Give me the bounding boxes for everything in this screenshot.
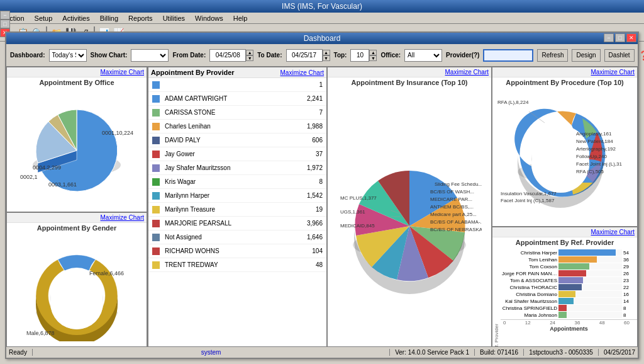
office-maximize-link[interactable]: Maximize Chart <box>101 69 144 76</box>
provider-row: ADAM CARTWRIGHT 2,241 <box>148 92 326 106</box>
svg-text:Arteriography,192: Arteriography,192 <box>576 146 616 152</box>
ref-bar-fill <box>558 298 574 304</box>
provider-count: 3,966 <box>297 220 323 227</box>
right-column: Maximize Chart Appointment By Procedure … <box>492 67 638 358</box>
provider-count: 8 <box>297 178 323 185</box>
provider-count: 606 <box>297 137 323 144</box>
provider-row: CARISSA STONE 7 <box>148 106 326 120</box>
x-tick-0: 0 <box>503 320 506 326</box>
title-bar: IMS (IMS, For Vascular) − □ ✕ <box>0 0 644 13</box>
provider-color-swatch <box>152 95 160 103</box>
office-select[interactable]: All <box>404 49 442 62</box>
dashlet-button[interactable]: Dashlet <box>604 49 635 62</box>
dashboard-title-bar: Dashboard − □ ✕ <box>6 33 638 44</box>
insurance-chart-header: Maximize Chart <box>328 67 491 77</box>
provider-name: MARJORIE PEARSALL <box>165 220 297 227</box>
office-chart-header: Maximize Chart <box>7 67 147 77</box>
provider-row: TRENT TREDWAY 48 <box>148 258 326 272</box>
provider-color-swatch <box>152 151 160 158</box>
provider-row: MARJORIE PEARSALL 3,966 <box>148 217 326 230</box>
office-chart-title: Appointment By Office <box>7 77 147 88</box>
gender-maximize-link[interactable]: Maximize Chart <box>101 214 144 221</box>
provider-count: 2,241 <box>297 95 323 102</box>
top-down[interactable]: ▼ <box>369 55 377 61</box>
provider-row: Jay Gower 37 <box>148 147 326 161</box>
ref-provider-row: Tom Coxson 29 <box>502 263 635 270</box>
ref-x-axis-label: Appointments <box>503 326 635 332</box>
ref-provider-name: Tom & ASSOCIATES <box>502 278 557 283</box>
top-input[interactable] <box>350 49 369 62</box>
svg-text:FollowUp,240: FollowUp,240 <box>576 154 607 159</box>
from-date-down[interactable]: ▼ <box>246 55 253 61</box>
minimize-button[interactable]: − <box>0 11 10 20</box>
ref-provider-row: Jorge FOR PAIN MANAGEMENT 26 <box>502 270 635 276</box>
ref-bar-container <box>558 291 622 297</box>
gender-chart-title: Appointment By Gender <box>7 223 147 233</box>
ref-bar-value: 8 <box>623 305 635 311</box>
ref-provider-name: Kal Shafer Mauritzsson <box>502 299 557 304</box>
from-date-input[interactable] <box>209 49 246 62</box>
ref-provider-name: Tom Lenihan <box>502 257 557 263</box>
ref-bar-value: 16 <box>623 292 635 297</box>
ref-bar-container <box>558 270 622 276</box>
ref-provider-row: Kal Shafer Mauritzsson 14 <box>502 298 635 304</box>
gender-chart-header: Maximize Chart <box>7 213 147 223</box>
show-chart-select[interactable] <box>131 49 169 62</box>
provider-label: Provider(?) <box>446 52 479 59</box>
dashboard-controls: Dashboard: Today's Schedule Show Chart: … <box>6 44 638 67</box>
provider-name: DAVID PALY <box>165 137 297 144</box>
ref-bar-fill <box>558 249 616 256</box>
svg-text:MEDICARE PAR...: MEDICARE PAR... <box>430 196 472 202</box>
insurance-maximize-link[interactable]: Maximize Chart <box>445 69 489 76</box>
refprovider-chart-body: Ref. Provider Christina Harper 54 Tom Le… <box>492 247 637 353</box>
to-date-up[interactable]: ▲ <box>323 50 330 55</box>
from-date-up[interactable]: ▲ <box>246 50 253 55</box>
refprovider-chart-title: Appointment By Ref. Provider <box>492 237 637 247</box>
status-ready: Ready <box>9 349 33 356</box>
provider-color-swatch <box>152 109 160 117</box>
refresh-button[interactable]: Refresh <box>537 49 568 62</box>
provider-name: Marilynn Harper <box>165 192 297 199</box>
to-date-spinner: ▲ ▼ <box>323 50 330 61</box>
ref-provider-row: Christina Domiano 16 <box>502 291 635 297</box>
svg-text:Facet Joint Inj (L),31: Facet Joint Inj (L),31 <box>576 161 622 167</box>
refprovider-maximize-link[interactable]: Maximize Chart <box>591 229 635 236</box>
provider-count: 1,542 <box>297 192 323 199</box>
ref-provider-row: Christina Harper 54 <box>502 249 635 256</box>
ref-bar-fill <box>558 291 575 297</box>
from-date-spinner: ▲ ▼ <box>246 50 253 61</box>
provider-row: Marilynn Treasure 19 <box>148 203 326 217</box>
top-label: Top: <box>334 52 347 59</box>
to-date-down[interactable]: ▼ <box>323 55 330 61</box>
dash-minimize-button[interactable]: − <box>604 33 614 42</box>
provider-color-swatch <box>152 178 160 186</box>
provider-count: 1 <box>297 81 323 88</box>
to-date-input[interactable] <box>286 49 323 62</box>
dash-maximize-button[interactable]: □ <box>615 33 625 42</box>
procedure-maximize-link[interactable]: Maximize Chart <box>591 69 635 76</box>
ref-bar-value: 26 <box>623 271 635 276</box>
dashboard-content: Maximize Chart Appointment By Office <box>6 67 638 358</box>
top-up[interactable]: ▲ <box>369 50 377 55</box>
dashboard-select[interactable]: Today's Schedule <box>49 49 87 62</box>
svg-text:Angioplasty,161: Angioplasty,161 <box>576 131 612 137</box>
ref-bar-container <box>558 298 622 304</box>
maximize-button[interactable]: □ <box>0 20 10 28</box>
help-icon[interactable]: ❓ <box>638 50 644 60</box>
status-bar: Ready system Ver: 14.0.0 Service Pack 1 … <box>6 346 638 358</box>
dashboard-window-title: Dashboard <box>304 34 341 43</box>
ref-chart-area: Christina Harper 54 Tom Lenihan 36 Tom C… <box>501 247 637 353</box>
provider-input[interactable] <box>483 49 533 62</box>
ref-bar-fill <box>558 305 567 311</box>
design-button[interactable]: Design <box>572 49 600 62</box>
provider-maximize-link[interactable]: Maximize Chart <box>280 69 324 76</box>
x-tick-36: 36 <box>574 320 580 326</box>
dash-close-button[interactable]: ✕ <box>626 33 636 42</box>
ref-provider-row: Tom Lenihan 36 <box>502 256 635 263</box>
app-title: IMS (IMS, For Vascular) <box>282 2 362 11</box>
provider-count: 7 <box>297 109 323 116</box>
provider-color-swatch <box>152 81 160 89</box>
ref-y-label: Ref. Provider <box>492 247 501 353</box>
ref-provider-name: Jorge FOR PAIN MANAGEMENT <box>502 271 557 276</box>
svg-text:Medicare part A,25...: Medicare part A,25... <box>430 212 477 217</box>
